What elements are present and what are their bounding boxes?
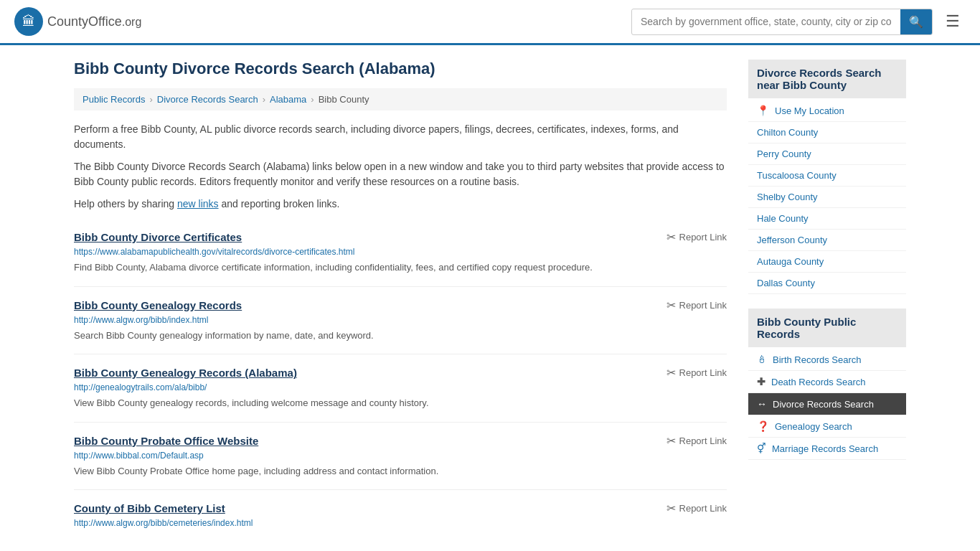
nearby-perry[interactable]: Perry County <box>748 143 906 165</box>
result-title-0[interactable]: Bibb County Divorce Certificates <box>74 231 242 243</box>
result-item: Bibb County Genealogy Records ✂ Report L… <box>74 287 727 355</box>
result-desc-3: View Bibb County Probate Office home pag… <box>74 464 727 479</box>
sidebar: Divorce Records Search near Bibb County … <box>748 60 906 543</box>
result-title-2[interactable]: Bibb County Genealogy Records (Alabama) <box>74 367 297 379</box>
sidebar-death-records[interactable]: ✚ Death Records Search <box>748 371 906 393</box>
sidebar-divorce-records[interactable]: ↔ Divorce Records Search <box>748 393 906 415</box>
nearby-autauga[interactable]: Autauga County <box>748 251 906 273</box>
location-icon: 📍 <box>757 105 769 116</box>
site-header: 🏛 CountyOffice.org 🔍 ☰ <box>0 0 980 45</box>
description-1: Perform a free Bibb County, AL public di… <box>74 122 727 152</box>
breadcrumb-divorce-records[interactable]: Divorce Records Search <box>157 94 258 105</box>
genealogy-icon: ❓ <box>757 420 769 432</box>
sidebar-genealogy[interactable]: ❓ Genealogy Search <box>748 415 906 438</box>
content-area: Bibb County Divorce Records Search (Alab… <box>74 60 727 543</box>
page-title: Bibb County Divorce Records Search (Alab… <box>74 60 727 78</box>
result-item: Bibb County Divorce Certificates ✂ Repor… <box>74 219 727 287</box>
description-2: The Bibb County Divorce Records Search (… <box>74 159 727 189</box>
breadcrumb: Public Records › Divorce Records Search … <box>74 88 727 110</box>
main-container: Bibb County Divorce Records Search (Alab… <box>60 45 920 551</box>
nearby-chilton[interactable]: Chilton County <box>748 122 906 143</box>
death-icon: ✚ <box>757 376 765 387</box>
result-url-2[interactable]: http://genealogytrails.com/ala/bibb/ <box>74 382 727 392</box>
use-location-link[interactable]: 📍 Use My Location <box>748 100 906 122</box>
result-title-3[interactable]: Bibb County Probate Office Website <box>74 435 258 447</box>
logo-icon: 🏛 <box>14 7 43 36</box>
logo-text: CountyOffice.org <box>47 14 141 29</box>
nearby-dallas[interactable]: Dallas County <box>748 273 906 294</box>
result-url-4[interactable]: http://www.algw.org/bibb/cemeteries/inde… <box>74 518 727 528</box>
public-records-title: Bibb County Public Records <box>748 309 906 347</box>
result-desc-2: View Bibb County genealogy records, incl… <box>74 396 727 410</box>
breadcrumb-public-records[interactable]: Public Records <box>83 94 145 105</box>
nearby-jefferson[interactable]: Jefferson County <box>748 230 906 251</box>
search-button[interactable]: 🔍 <box>900 9 932 34</box>
result-item: County of Bibb Cemetery List ✂ Report Li… <box>74 490 727 543</box>
result-url-1[interactable]: http://www.algw.org/bibb/index.html <box>74 315 727 325</box>
nearby-tuscaloosa[interactable]: Tuscaloosa County <box>748 165 906 187</box>
marriage-icon: ⚥ <box>757 443 766 454</box>
search-bar: 🔍 <box>631 9 933 35</box>
result-title-4[interactable]: County of Bibb Cemetery List <box>74 502 225 514</box>
result-url-3[interactable]: http://www.bibbal.com/Default.asp <box>74 451 727 461</box>
header-right: 🔍 ☰ <box>631 9 966 35</box>
report-link-4[interactable]: ✂ Report Link <box>666 501 727 515</box>
logo-area: 🏛 CountyOffice.org <box>14 7 141 36</box>
search-input[interactable] <box>632 10 900 33</box>
sidebar-birth-records[interactable]: 🕯 Birth Records Search <box>748 349 906 371</box>
report-icon-1: ✂ <box>666 298 676 312</box>
result-title-1[interactable]: Bibb County Genealogy Records <box>74 299 242 311</box>
sidebar-marriage-records[interactable]: ⚥ Marriage Records Search <box>748 438 906 460</box>
report-icon-2: ✂ <box>666 366 676 380</box>
new-links-link[interactable]: new links <box>177 198 219 209</box>
breadcrumb-bibb-county: Bibb County <box>319 94 369 105</box>
hamburger-button[interactable]: ☰ <box>940 9 966 34</box>
report-icon-3: ✂ <box>666 434 676 448</box>
result-url-0[interactable]: https://www.alabamapublichealth.gov/vita… <box>74 247 727 257</box>
report-link-1[interactable]: ✂ Report Link <box>666 298 727 312</box>
nearby-section-title: Divorce Records Search near Bibb County <box>748 60 906 98</box>
report-link-3[interactable]: ✂ Report Link <box>666 434 727 448</box>
public-records-section: Bibb County Public Records 🕯 Birth Recor… <box>748 309 906 460</box>
report-icon-0: ✂ <box>666 230 676 244</box>
breadcrumb-alabama[interactable]: Alabama <box>270 94 306 105</box>
description-3: Help others by sharing new links and rep… <box>74 197 727 212</box>
report-icon-4: ✂ <box>666 501 676 515</box>
divorce-icon: ↔ <box>757 398 767 410</box>
results-list: Bibb County Divorce Certificates ✂ Repor… <box>74 219 727 543</box>
birth-icon: 🕯 <box>757 354 767 365</box>
result-desc-1: Search Bibb County genealogy information… <box>74 329 727 343</box>
nearby-shelby[interactable]: Shelby County <box>748 187 906 208</box>
result-item: Bibb County Genealogy Records (Alabama) … <box>74 354 727 423</box>
nearby-section: Divorce Records Search near Bibb County … <box>748 60 906 294</box>
report-link-2[interactable]: ✂ Report Link <box>666 366 727 380</box>
result-desc-0: Find Bibb County, Alabama divorce certif… <box>74 260 727 275</box>
report-link-0[interactable]: ✂ Report Link <box>666 230 727 244</box>
result-item: Bibb County Probate Office Website ✂ Rep… <box>74 423 727 491</box>
nearby-hale[interactable]: Hale County <box>748 208 906 230</box>
